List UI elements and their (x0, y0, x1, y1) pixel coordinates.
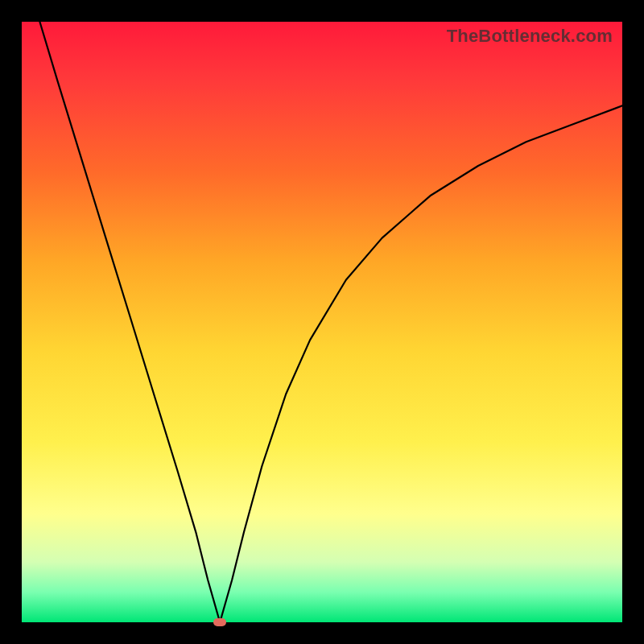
chart-frame: TheBottleneck.com (0, 0, 644, 644)
chart-svg (22, 22, 622, 622)
minimum-marker (213, 618, 226, 626)
bottleneck-curve (39, 22, 622, 622)
plot-area: TheBottleneck.com (22, 22, 622, 622)
